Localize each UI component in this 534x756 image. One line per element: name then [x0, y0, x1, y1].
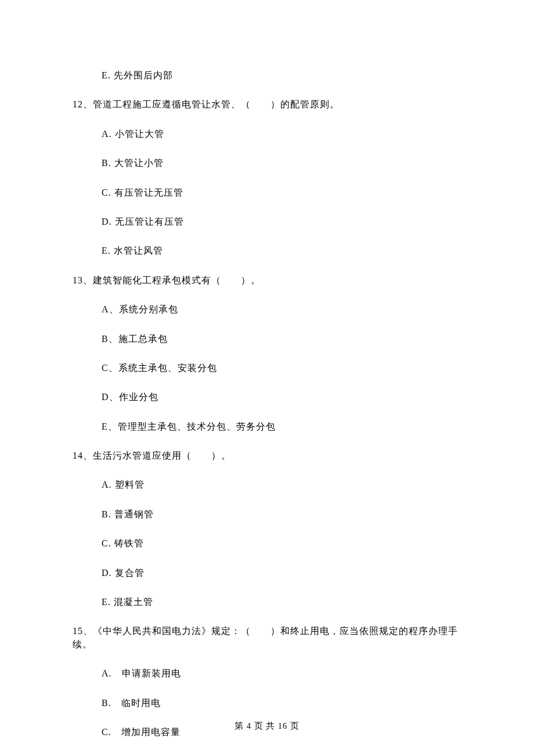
option-14-a: A. 塑料管 [102, 478, 461, 491]
option-12-e: E. 水管让风管 [102, 244, 461, 257]
option-14-c: C. 铸铁管 [102, 537, 461, 550]
option-15-b: B. 临时用电 [102, 697, 461, 710]
orphan-option-e: E. 先外围后内部 [102, 69, 461, 82]
option-15-a: A. 申请新装用电 [102, 667, 461, 680]
option-13-b: B、施工总承包 [102, 333, 461, 345]
options-14: A. 塑料管 B. 普通钢管 C. 铸铁管 D. 复合管 E. 混凝土管 [102, 478, 461, 609]
option-13-a: A、系统分别承包 [102, 303, 461, 316]
option-14-b: B. 普通钢管 [102, 508, 461, 521]
option-13-e: E、管理型主承包、技术分包、劳务分包 [102, 420, 461, 433]
question-15: 15、《中华人民共和国电力法》规定：（ ）和终止用电，应当依照规定的程序办理手续… [73, 625, 461, 651]
options-12: A. 小管让大管 B. 大管让小管 C. 有压管让无压管 D. 无压管让有压管 … [102, 128, 461, 258]
option-12-c: C. 有压管让无压管 [102, 186, 461, 199]
option-12-a: A. 小管让大管 [102, 128, 461, 141]
page-content: E. 先外围后内部 12、管道工程施工应遵循电管让水管、（ ）的配管原则。 A.… [0, 0, 534, 756]
question-12: 12、管道工程施工应遵循电管让水管、（ ）的配管原则。 [73, 98, 461, 111]
option-13-d: D、作业分包 [102, 391, 461, 404]
option-13-c: C、系统主承包、安装分包 [102, 362, 461, 375]
option-12-b: B. 大管让小管 [102, 157, 461, 170]
option-14-e: E. 混凝土管 [102, 596, 461, 609]
option-12-d: D. 无压管让有压管 [102, 215, 461, 228]
option-14-d: D. 复合管 [102, 567, 461, 579]
question-14: 14、生活污水管道应使用（ ）。 [73, 449, 461, 462]
options-15: A. 申请新装用电 B. 临时用电 C. 增加用电容量 D. 变更用电 E. 用… [102, 667, 461, 756]
question-13: 13、建筑智能化工程承包模式有（ ）。 [73, 274, 461, 287]
options-13: A、系统分别承包 B、施工总承包 C、系统主承包、安装分包 D、作业分包 E、管… [102, 303, 461, 433]
page-footer: 第 4 页 共 16 页 [0, 720, 534, 732]
